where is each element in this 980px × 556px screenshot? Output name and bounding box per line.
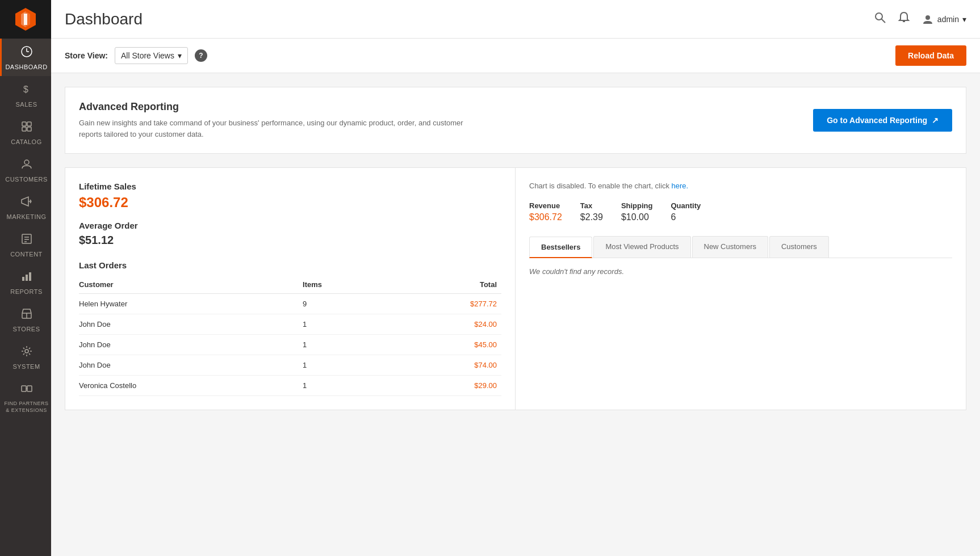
table-row: John Doe 1 $24.00 (79, 314, 501, 335)
revenue-label: Revenue (529, 201, 562, 210)
quantity-metric: Quantity 6 (671, 201, 701, 222)
items-cell: 1 (303, 355, 388, 376)
help-icon[interactable]: ? (195, 49, 207, 62)
sidebar: DASHBOARD $ SALES CATALOG CUSTOME (0, 0, 51, 556)
sidebar-item-content[interactable]: CONTENT (0, 226, 51, 263)
total-cell: $24.00 (388, 314, 501, 335)
sidebar-logo[interactable] (0, 0, 51, 39)
sidebar-item-marketing[interactable]: MARKETING (0, 188, 51, 226)
sidebar-item-catalog[interactable]: CATALOG (0, 113, 51, 151)
svg-rect-22 (26, 275, 28, 281)
revenue-metric: Revenue $306.72 (529, 201, 562, 222)
sidebar-item-customers[interactable]: CUSTOMERS (0, 151, 51, 188)
customer-cell: John Doe (79, 335, 303, 355)
sidebar-item-stores[interactable]: STORES (0, 301, 51, 338)
sidebar-item-label: STORES (12, 326, 40, 332)
external-link-icon: ↗ (932, 116, 939, 125)
shipping-label: Shipping (621, 201, 653, 210)
catalog-icon (20, 120, 33, 136)
svg-rect-9 (27, 122, 31, 126)
sidebar-item-sales[interactable]: $ SALES (0, 76, 51, 113)
enable-chart-link[interactable]: here. (672, 182, 689, 190)
sidebar-item-label: SYSTEM (12, 363, 40, 370)
items-cell: 1 (303, 314, 388, 335)
quantity-label: Quantity (671, 201, 701, 210)
svg-text:$: $ (23, 85, 28, 94)
sidebar-item-reports[interactable]: REPORTS (0, 263, 51, 301)
avg-order-value: $51.12 (79, 234, 501, 247)
total-cell: $74.00 (388, 355, 501, 376)
marketing-icon (20, 195, 33, 211)
user-menu-chevron: ▾ (962, 15, 966, 24)
customer-cell: Helen Hywater (79, 294, 303, 314)
revenue-value: $306.72 (529, 212, 562, 222)
table-row: John Doe 1 $74.00 (79, 355, 501, 376)
search-icon[interactable] (874, 11, 886, 27)
svg-line-31 (881, 19, 885, 23)
shipping-value: $10.00 (621, 212, 653, 222)
left-panel: Lifetime Sales $306.72 Average Order $51… (65, 168, 516, 410)
tab-bestsellers[interactable]: Bestsellers (529, 237, 592, 258)
tab-new-customers[interactable]: New Customers (692, 236, 768, 258)
dashboard-icon (20, 45, 33, 61)
sidebar-item-label: CUSTOMERS (5, 176, 48, 183)
svg-point-30 (876, 13, 882, 20)
header-actions: admin ▾ (874, 11, 966, 27)
store-view-bar: Store View: All Store Views ▾ ? Reload D… (51, 39, 980, 73)
lifetime-sales-value: $306.72 (79, 195, 501, 210)
svg-point-12 (24, 160, 29, 165)
customer-cell: Veronica Costello (79, 376, 303, 396)
go-to-advanced-reporting-button[interactable]: Go to Advanced Reporting ↗ (813, 109, 952, 132)
svg-point-33 (925, 15, 930, 20)
page-title: Dashboard (65, 10, 143, 28)
col-items: Items (303, 277, 388, 294)
sidebar-item-label: FIND PARTNERS & EXTENSIONS (4, 401, 49, 414)
customer-cell: John Doe (79, 314, 303, 335)
sidebar-item-label: DASHBOARD (5, 64, 47, 70)
dropdown-chevron-icon: ▾ (178, 51, 182, 60)
sidebar-item-label: MARKETING (7, 213, 47, 220)
tab-customers[interactable]: Customers (769, 236, 829, 258)
advanced-reporting-title: Advanced Reporting (79, 101, 488, 113)
total-cell: $277.72 (388, 294, 501, 314)
sidebar-item-label: CONTENT (10, 251, 43, 258)
svg-rect-11 (27, 127, 31, 131)
svg-rect-28 (27, 386, 32, 391)
total-cell: $45.00 (388, 335, 501, 355)
main-content: Dashboard admin ▾ (51, 0, 980, 556)
svg-rect-10 (22, 127, 26, 131)
reload-data-button[interactable]: Reload Data (895, 45, 966, 66)
shipping-metric: Shipping $10.00 (621, 201, 653, 222)
store-view-label: Store View: (65, 51, 108, 60)
items-cell: 1 (303, 335, 388, 355)
col-customer: Customer (79, 277, 303, 294)
table-row: John Doe 1 $45.00 (79, 335, 501, 355)
content-icon (20, 233, 33, 248)
sidebar-item-find-partners[interactable]: FIND PARTNERS & EXTENSIONS (0, 376, 51, 419)
sidebar-item-label: CATALOG (11, 138, 41, 145)
tab-most-viewed[interactable]: Most Viewed Products (593, 236, 690, 258)
customer-cell: John Doe (79, 355, 303, 376)
dashboard-grid: Lifetime Sales $306.72 Average Order $51… (65, 167, 966, 410)
quantity-value: 6 (671, 212, 701, 222)
tax-value: $2.39 (580, 212, 603, 222)
sidebar-item-label: REPORTS (10, 288, 42, 295)
svg-rect-21 (22, 277, 24, 281)
sidebar-item-dashboard[interactable]: DASHBOARD (0, 39, 51, 76)
user-name: admin (937, 15, 959, 24)
store-view-left: Store View: All Store Views ▾ ? (65, 47, 207, 64)
find-partners-icon (20, 382, 33, 398)
user-menu[interactable]: admin ▾ (922, 13, 966, 26)
no-records-message: We couldn't find any records. (529, 267, 952, 276)
advanced-reporting-section: Advanced Reporting Gain new insights and… (65, 87, 966, 154)
advanced-reporting-text: Advanced Reporting Gain new insights and… (79, 101, 488, 140)
orders-table: Customer Items Total Helen Hywater 9 $27… (79, 277, 501, 396)
items-cell: 1 (303, 376, 388, 396)
metrics-row: Revenue $306.72 Tax $2.39 Shipping $10.0… (529, 201, 952, 222)
sidebar-item-label: SALES (16, 101, 37, 108)
sidebar-item-system[interactable]: SYSTEM (0, 338, 51, 376)
notification-bell-icon[interactable] (898, 11, 910, 27)
advanced-reporting-description: Gain new insights and take command of yo… (79, 117, 488, 140)
store-view-dropdown[interactable]: All Store Views ▾ (115, 47, 188, 64)
customers-icon (20, 158, 33, 174)
